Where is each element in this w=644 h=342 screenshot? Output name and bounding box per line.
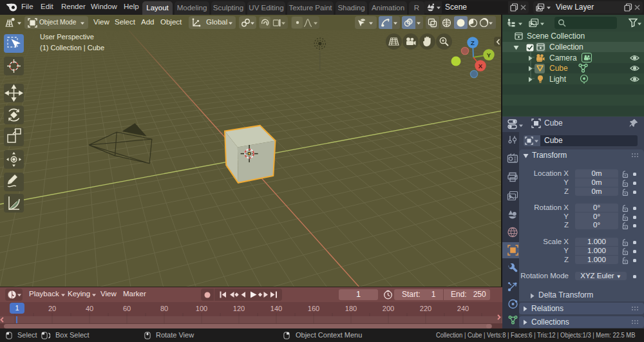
svg-text:Y: Y	[487, 52, 491, 59]
svg-text:X: X	[478, 62, 483, 70]
svg-text:Z: Z	[471, 39, 475, 46]
